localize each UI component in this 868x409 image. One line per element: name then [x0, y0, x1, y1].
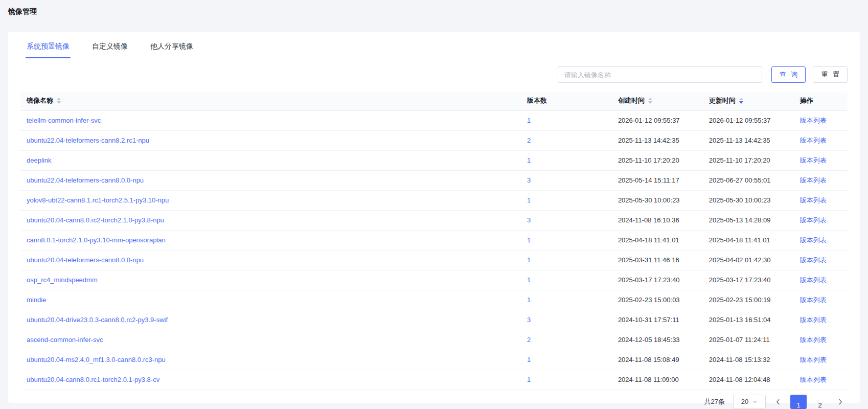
column-header-2[interactable]: 创建时间 — [612, 92, 703, 110]
image-name-link[interactable]: deeplink — [27, 156, 51, 164]
version-list-link[interactable]: 版本列表 — [800, 176, 827, 184]
image-name-link[interactable]: ubuntu20.04-ms2.4.0_mf1.3.0-cann8.0.rc3-… — [27, 356, 166, 363]
created-time: 2025-02-23 15:00:03 — [618, 296, 680, 304]
updated-time: 2025-11-10 17:20:20 — [709, 156, 770, 164]
version-count-link[interactable]: 2 — [527, 137, 531, 144]
column-label: 镜像名称 — [27, 96, 53, 105]
updated-time: 2024-11-08 15:13:32 — [709, 356, 770, 363]
version-list-link[interactable]: 版本列表 — [800, 196, 827, 204]
column-label: 创建时间 — [618, 96, 645, 105]
version-list-link[interactable]: 版本列表 — [800, 316, 827, 324]
created-time: 2024-12-05 18:45:33 — [618, 336, 680, 344]
version-list-link[interactable]: 版本列表 — [800, 356, 827, 363]
table-body: telellm-common-infer-svc12026-01-12 09:5… — [20, 110, 848, 390]
image-name-link[interactable]: ascend-common-infer-svc — [27, 336, 103, 344]
chevron-left-icon — [775, 399, 781, 405]
table-row: deeplink12025-11-10 17:20:202025-11-10 1… — [20, 150, 848, 170]
updated-time: 2025-06-27 00:55:01 — [709, 176, 771, 184]
sort-icon[interactable] — [739, 98, 743, 104]
page-button-1[interactable]: 1 — [790, 395, 807, 409]
column-label: 版本数 — [527, 96, 547, 105]
version-list-link[interactable]: 版本列表 — [800, 156, 827, 164]
chevron-right-icon — [838, 399, 843, 405]
tab-2[interactable]: 他人分享镜像 — [149, 38, 194, 58]
image-name-link[interactable]: osp_rc4_mindspeedmm — [27, 276, 98, 284]
table-row: ubuntu20.04-cann8.0.rc2-torch2.1.0-py3.8… — [20, 210, 848, 230]
table-row: osp_rc4_mindspeedmm12025-03-17 17:23:402… — [20, 270, 848, 290]
version-list-link[interactable]: 版本列表 — [800, 117, 827, 124]
version-count-link[interactable]: 3 — [527, 216, 531, 224]
version-count-link[interactable]: 2 — [527, 336, 531, 344]
column-header-4: 操作 — [794, 92, 848, 110]
tab-0[interactable]: 系统预置镜像 — [26, 38, 71, 58]
created-time: 2025-11-10 17:20:20 — [618, 156, 679, 164]
tab-bar: 系统预置镜像自定义镜像他人分享镜像 — [20, 32, 848, 58]
version-list-link[interactable]: 版本列表 — [800, 256, 827, 264]
content-card: 系统预置镜像自定义镜像他人分享镜像 查 询 重 置 镜像名称版本数创建时间更新时… — [8, 32, 860, 403]
version-list-link[interactable]: 版本列表 — [800, 296, 827, 304]
version-count-link[interactable]: 1 — [527, 156, 531, 164]
image-management-page: 镜像管理 系统预置镜像自定义镜像他人分享镜像 查 询 重 置 镜像名称版本数创建… — [0, 0, 868, 409]
reset-button[interactable]: 重 置 — [813, 66, 848, 83]
version-list-link[interactable]: 版本列表 — [800, 216, 827, 224]
version-count-link[interactable]: 3 — [527, 176, 531, 184]
image-name-link[interactable]: telellm-common-infer-svc — [27, 117, 101, 124]
table-row: yolov8-ubt22-cann8.1.rc1-torch2.5.1-py3.… — [20, 190, 848, 210]
image-name-link[interactable]: cann8.0.1-torch2.1.0-py3.10-mm-opensorap… — [27, 236, 166, 244]
next-page-button[interactable] — [833, 395, 848, 409]
image-name-link[interactable]: ubuntu22.04-teleformers-cann8.0.0-npu — [27, 176, 144, 184]
column-header-0[interactable]: 镜像名称 — [20, 92, 521, 110]
table-row: mindie12025-02-23 15:00:032025-02-23 15:… — [20, 290, 848, 310]
page-size-select[interactable]: 20 — [733, 395, 766, 409]
image-name-link[interactable]: yolov8-ubt22-cann8.1.rc1-torch2.5.1-py3.… — [27, 196, 169, 204]
updated-time: 2025-04-02 01:42:30 — [709, 256, 771, 264]
table-row: ubuntu20.04-drive23.0.3-cann8.0.rc2-py3.… — [20, 310, 848, 330]
tab-1[interactable]: 自定义镜像 — [91, 38, 129, 58]
created-time: 2025-03-31 11:46:16 — [618, 256, 679, 264]
created-time: 2024-10-31 17:57:11 — [618, 316, 679, 324]
image-name-link[interactable]: ubuntu22.04-teleformers-cann8.2.rc1-npu — [27, 137, 149, 144]
page-button-2[interactable]: 2 — [812, 395, 828, 409]
updated-time: 2025-01-13 16:51:04 — [709, 316, 771, 324]
prev-page-button[interactable] — [771, 395, 785, 409]
version-count-link[interactable]: 1 — [527, 256, 531, 264]
version-count-link[interactable]: 1 — [527, 356, 531, 363]
version-count-link[interactable]: 1 — [527, 296, 531, 304]
table-row: ubuntu20.04-ms2.4.0_mf1.3.0-cann8.0.rc3-… — [20, 350, 848, 370]
image-name-link[interactable]: ubuntu20.04-teleformers-cann8.0.0-npu — [27, 256, 144, 264]
column-label: 更新时间 — [709, 96, 736, 105]
sort-icon[interactable] — [57, 98, 61, 104]
table-header: 镜像名称版本数创建时间更新时间操作 — [20, 92, 848, 110]
version-list-link[interactable]: 版本列表 — [800, 276, 827, 284]
images-table: 镜像名称版本数创建时间更新时间操作 telellm-common-infer-s… — [20, 92, 848, 390]
updated-time: 2025-04-18 11:41:01 — [709, 236, 770, 244]
version-count-link[interactable]: 3 — [527, 316, 531, 324]
query-button[interactable]: 查 询 — [771, 66, 806, 83]
version-list-link[interactable]: 版本列表 — [800, 336, 827, 344]
version-list-link[interactable]: 版本列表 — [800, 236, 827, 244]
updated-time: 2026-01-12 09:55:37 — [709, 117, 771, 124]
image-name-link[interactable]: mindie — [27, 296, 46, 304]
created-time: 2025-03-17 17:23:40 — [618, 276, 680, 284]
updated-time: 2025-05-30 10:00:23 — [709, 196, 771, 204]
version-list-link[interactable]: 版本列表 — [800, 376, 827, 383]
chevron-down-icon — [752, 399, 758, 404]
sort-icon[interactable] — [648, 98, 652, 104]
image-name-search-input[interactable] — [558, 66, 762, 83]
created-time: 2024-11-08 15:08:49 — [618, 356, 679, 363]
image-name-link[interactable]: ubuntu20.04-cann8.0.rc2-torch2.1.0-py3.8… — [27, 216, 164, 224]
created-time: 2024-11-08 16:10:36 — [618, 216, 679, 224]
version-list-link[interactable]: 版本列表 — [800, 137, 827, 144]
column-header-3[interactable]: 更新时间 — [703, 92, 794, 110]
created-time: 2025-05-14 15:11:17 — [618, 176, 679, 184]
version-count-link[interactable]: 1 — [527, 276, 531, 284]
created-time: 2025-04-18 11:41:01 — [618, 236, 679, 244]
updated-time: 2024-11-08 12:04:48 — [709, 376, 770, 383]
image-name-link[interactable]: ubuntu20.04-cann8.0.rc1-torch2.0.1-py3.8… — [27, 376, 159, 383]
version-count-link[interactable]: 1 — [527, 117, 531, 124]
version-count-link[interactable]: 1 — [527, 376, 531, 383]
page-title: 镜像管理 — [8, 7, 860, 16]
image-name-link[interactable]: ubuntu20.04-drive23.0.3-cann8.0.rc2-py3.… — [27, 316, 168, 324]
version-count-link[interactable]: 1 — [527, 196, 531, 204]
version-count-link[interactable]: 1 — [527, 236, 531, 244]
